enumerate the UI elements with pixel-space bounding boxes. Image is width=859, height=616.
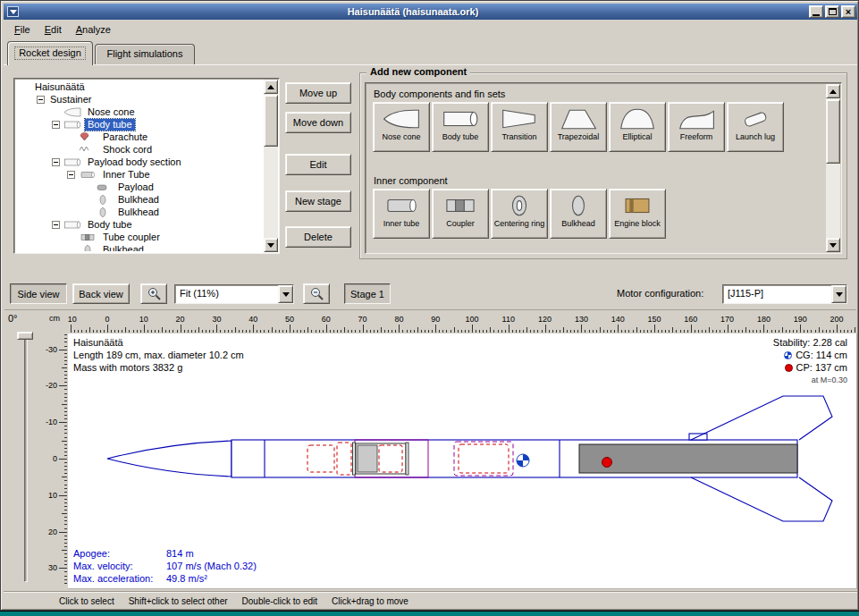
ruler-tick — [800, 325, 801, 333]
ruler-tick — [235, 327, 236, 333]
tree-item-label[interactable]: Haisunäätä — [32, 81, 88, 93]
zoom-level-select[interactable]: Fit (11%) — [174, 284, 294, 304]
tree-expander-icon[interactable] — [67, 171, 75, 179]
elliptical-button[interactable]: Elliptical — [609, 102, 666, 152]
edit-button[interactable]: Edit — [285, 154, 351, 175]
move-down-button[interactable]: Move down — [285, 112, 351, 133]
apogee-value: 814 m — [166, 547, 194, 560]
ruler-tick — [316, 330, 316, 333]
tree-item[interactable]: Shock cord — [16, 143, 263, 156]
component-row-0: Nose coneBody tubeTransitionTrapezoidalE… — [373, 102, 784, 152]
scroll-down-button[interactable] — [264, 238, 278, 252]
ruler-tick — [64, 576, 67, 577]
tree-item[interactable]: Haisunäätä — [16, 80, 263, 93]
component-tree[interactable]: HaisunäätäSustainerNose coneBody tubePar… — [13, 78, 280, 254]
rotation-slider-handle[interactable] — [17, 332, 33, 340]
motor-configuration-select[interactable]: [J115-P] — [722, 284, 847, 304]
tree-item-label[interactable]: Bulkhead — [100, 244, 147, 252]
maximize-button[interactable] — [825, 5, 839, 18]
tree-item-label[interactable]: Shock cord — [100, 144, 155, 156]
trapezoidal-button[interactable]: Trapezoidal — [550, 102, 607, 152]
stage-1-toggle[interactable]: Stage 1 — [344, 283, 391, 304]
tree-item-label[interactable]: Tube coupler — [100, 232, 163, 243]
ruler-tick — [64, 455, 67, 456]
tree-item[interactable]: Bulkhead — [16, 206, 263, 218]
tree-item-label[interactable]: Body tube — [85, 119, 135, 131]
new-stage-button[interactable]: New stage — [285, 190, 351, 212]
tree-item[interactable]: Bulkhead — [16, 243, 263, 251]
scrollbar-thumb[interactable] — [264, 95, 278, 147]
delete-button[interactable]: Delete — [285, 226, 351, 248]
combo-arrow-icon[interactable] — [278, 285, 293, 303]
tree-scrollbar[interactable] — [264, 80, 278, 252]
rotation-slider-track[interactable] — [24, 333, 28, 582]
nose-cone-button[interactable]: Nose cone — [373, 102, 430, 152]
tree-expander-icon[interactable] — [52, 158, 60, 166]
tree-item-label[interactable]: Body tube — [85, 219, 135, 231]
coupler-button[interactable]: Coupler — [432, 189, 489, 239]
tree-item-label[interactable]: Nose cone — [85, 106, 138, 118]
tree-item[interactable]: Body tube — [16, 118, 263, 131]
ruler-tick — [64, 375, 67, 376]
engine-block-button[interactable]: Engine block — [609, 189, 666, 239]
tree-item[interactable]: Body tube — [16, 218, 263, 231]
close-button[interactable]: × — [841, 5, 855, 18]
side-view-button[interactable]: Side view — [10, 283, 67, 304]
tree-item-label[interactable]: Payload — [115, 181, 156, 193]
move-up-button[interactable]: Move up — [285, 82, 351, 104]
body-tube-button[interactable]: Body tube — [432, 102, 489, 152]
ruler-tick — [402, 330, 403, 333]
back-view-button[interactable]: Back view — [72, 283, 130, 304]
rocket-figure-canvas[interactable]: Haisunäätä Length 189 cm, max. diameter … — [68, 333, 857, 589]
ruler-tick — [479, 330, 480, 333]
menu-file[interactable]: File — [7, 21, 38, 38]
ruler-tick — [64, 418, 67, 419]
ruler-tick — [216, 325, 217, 333]
tree-expander-icon[interactable] — [37, 96, 45, 104]
tree-item[interactable]: Parachute — [16, 131, 263, 143]
add-component-scrollbar[interactable] — [826, 84, 840, 252]
payload-icon — [93, 181, 113, 193]
combo-arrow-icon[interactable] — [831, 285, 846, 303]
menu-edit[interactable]: Edit — [38, 21, 69, 38]
tree-item[interactable]: Tube coupler — [16, 231, 263, 243]
launch-lug-button[interactable]: Launch lug — [727, 102, 784, 152]
tree-item-label[interactable]: Bulkhead — [115, 207, 162, 218]
zoom-in-button[interactable] — [140, 283, 167, 304]
tree-item-label[interactable]: Sustainer — [47, 94, 94, 105]
tree-item-label[interactable]: Inner Tube — [100, 169, 153, 181]
ruler-tick — [249, 330, 250, 333]
tree-expander-icon[interactable] — [52, 221, 60, 229]
centering-ring-button[interactable]: Centering ring — [491, 189, 548, 239]
tree-item[interactable]: Nose cone — [16, 105, 263, 118]
bulkhead-button[interactable]: Bulkhead — [550, 189, 607, 239]
minimize-button[interactable] — [809, 5, 823, 18]
tab-flight-simulations[interactable]: Flight simulations — [95, 44, 195, 65]
tree-item-label[interactable]: Parachute — [100, 131, 150, 143]
ruler-label: 30 — [212, 315, 221, 324]
transition-button[interactable]: Transition — [491, 102, 548, 152]
arrow-up-icon — [830, 89, 837, 94]
tree-item-label[interactable]: Bulkhead — [115, 194, 162, 206]
scroll-down-button[interactable] — [826, 238, 840, 252]
menu-analyze[interactable]: Analyze — [69, 21, 118, 38]
ruler-tick — [451, 330, 451, 333]
scroll-up-button[interactable] — [264, 80, 278, 94]
tree-item[interactable]: Sustainer — [16, 93, 263, 105]
tree-item[interactable]: Inner Tube — [16, 168, 263, 181]
freeform-button[interactable]: Freeform — [668, 102, 725, 152]
tree-item[interactable]: Payload body section — [16, 156, 263, 168]
titlebar[interactable]: Haisunäätä (haisunaata.ork) × — [4, 4, 857, 20]
inner-tube-button[interactable]: Inner tube — [373, 189, 430, 239]
tree-expander-icon[interactable] — [52, 121, 60, 129]
ruler-label: -10 — [68, 315, 77, 324]
tree-item[interactable]: Payload — [16, 181, 263, 193]
tab-rocket-design[interactable]: Rocket design — [7, 41, 93, 65]
scroll-up-button[interactable] — [826, 84, 840, 98]
scrollbar-thumb[interactable] — [826, 99, 840, 164]
window-icon[interactable] — [7, 6, 19, 17]
tree-item[interactable]: Bulkhead — [16, 193, 263, 206]
tree-item-label[interactable]: Payload body section — [85, 156, 184, 168]
ruler-tick — [97, 330, 97, 333]
zoom-out-button[interactable] — [303, 283, 330, 304]
